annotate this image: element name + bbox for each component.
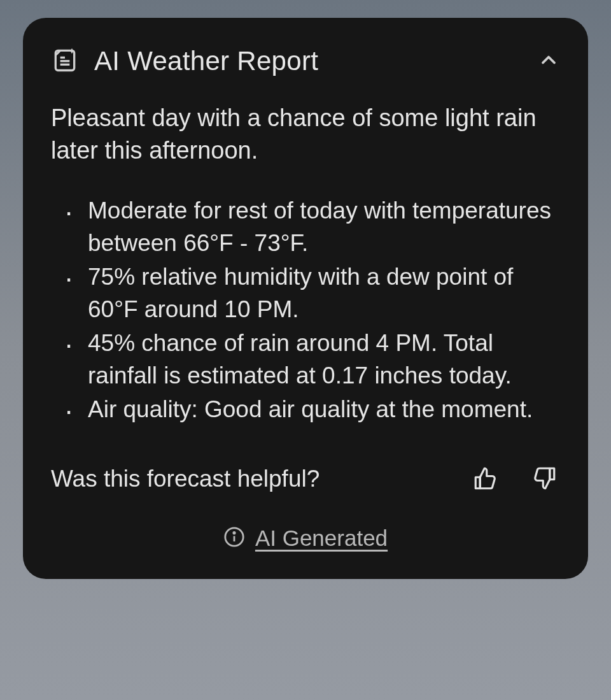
feedback-buttons <box>470 462 560 496</box>
thumbs-up-button[interactable] <box>470 462 502 496</box>
weather-summary: Pleasant day with a chance of some light… <box>51 102 560 168</box>
weather-bullet-item: 75% relative humidity with a dew point o… <box>62 261 560 325</box>
thumbs-down-button[interactable] <box>528 462 560 496</box>
card-header: AI Weather Report <box>51 46 560 76</box>
header-left: AI Weather Report <box>51 46 318 76</box>
feedback-prompt: Was this forecast helpful? <box>51 466 320 492</box>
weather-bullet-item: Air quality: Good air quality at the mom… <box>62 393 560 425</box>
collapse-chevron-up-icon[interactable] <box>537 48 560 74</box>
feedback-row: Was this forecast helpful? <box>51 456 560 496</box>
svg-point-6 <box>234 532 235 533</box>
ai-generated-link[interactable]: AI Generated <box>255 525 388 551</box>
thumbs-up-icon <box>472 465 499 494</box>
weather-bullet-item: Moderate for rest of today with temperat… <box>62 194 560 259</box>
thumbs-down-icon <box>531 465 558 494</box>
info-icon <box>223 526 245 550</box>
weather-bullet-item: 45% chance of rain around 4 PM. Total ra… <box>62 327 560 392</box>
weather-bullet-list: Moderate for rest of today with temperat… <box>51 194 560 425</box>
ai-weather-report-card: AI Weather Report Pleasant day with a ch… <box>23 18 588 579</box>
report-sparkle-icon <box>51 46 79 76</box>
ai-generated-row: AI Generated <box>51 520 560 551</box>
card-title: AI Weather Report <box>94 46 318 76</box>
